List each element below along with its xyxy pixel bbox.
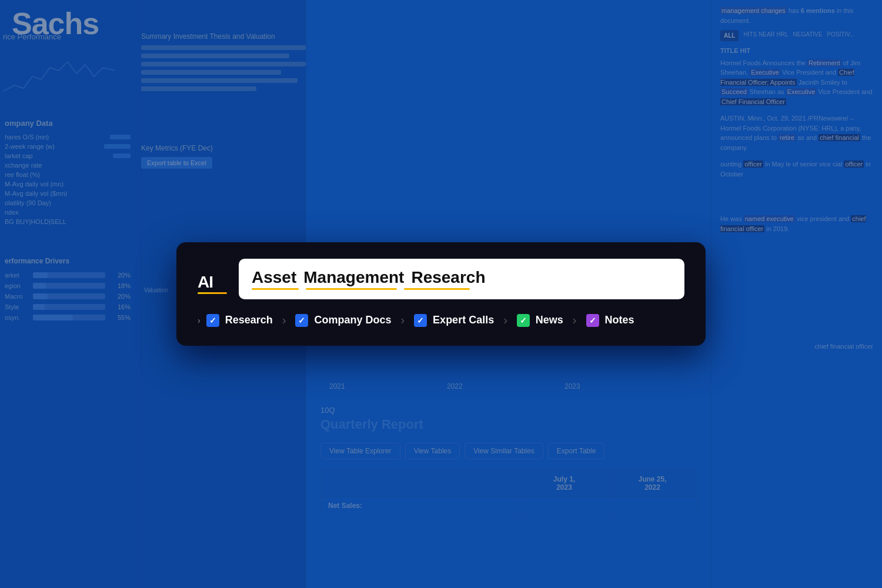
ai-logo-underline [198, 292, 227, 294]
checkbox-research[interactable]: ✓ [206, 314, 219, 327]
nav-label-company-docs: Company Docs [314, 314, 391, 326]
nav-label-research: Research [225, 314, 273, 326]
search-word-management: Management [303, 268, 404, 287]
search-content: Asset Management Research [252, 268, 486, 290]
modal-nav: › ✓ Research › ✓ Company Docs › ✓ [198, 313, 684, 327]
nav-item-research[interactable]: ✓ Research [206, 314, 273, 327]
search-box[interactable]: Asset Management Research [239, 259, 684, 299]
modal-overlay: AI Asset Management Research [0, 0, 882, 588]
underline-research [404, 288, 470, 290]
nav-label-expert-calls: Expert Calls [433, 314, 494, 326]
underline-asset [252, 288, 299, 290]
nav-item-news[interactable]: ✓ News [517, 314, 563, 327]
checkbox-news[interactable]: ✓ [517, 314, 530, 327]
check-icon-news: ✓ [520, 316, 527, 325]
search-underlines-row [252, 288, 486, 290]
check-icon-expert-calls: ✓ [417, 316, 424, 325]
check-icon-company-docs: ✓ [298, 316, 305, 325]
separator-4: › [573, 313, 577, 327]
modal-box: AI Asset Management Research [176, 242, 706, 346]
nav-label-news: News [536, 314, 563, 326]
underline-management [306, 288, 397, 290]
nav-item-company-docs[interactable]: ✓ Company Docs [295, 314, 391, 327]
check-icon-notes: ✓ [589, 316, 596, 325]
nav-item-notes[interactable]: ✓ Notes [586, 314, 634, 327]
separator-1: › [282, 313, 286, 327]
separator-2: › [400, 313, 405, 327]
arrow-research: › [198, 316, 201, 325]
search-word-asset: Asset [252, 268, 296, 287]
ai-logo-text: AI [198, 274, 213, 290]
nav-item-expert-calls[interactable]: ✓ Expert Calls [414, 314, 494, 327]
nav-label-notes: Notes [605, 314, 634, 326]
check-icon-research: ✓ [209, 316, 216, 325]
search-word-research: Research [411, 268, 485, 287]
search-words-row: Asset Management Research [252, 268, 486, 287]
checkbox-expert-calls[interactable]: ✓ [414, 314, 427, 327]
checkbox-notes[interactable]: ✓ [586, 314, 599, 327]
checkbox-company-docs[interactable]: ✓ [295, 314, 308, 327]
separator-3: › [503, 313, 507, 327]
ai-logo: AI [198, 265, 227, 294]
modal-header: AI Asset Management Research [198, 259, 684, 299]
